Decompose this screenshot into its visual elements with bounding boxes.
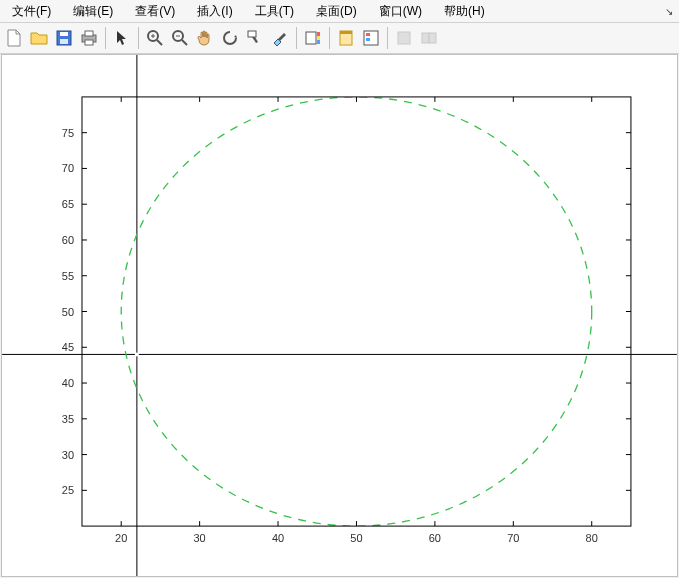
menu-insert[interactable]: 插入(I) bbox=[187, 1, 242, 22]
xtick-label: 30 bbox=[194, 532, 206, 544]
menubar: 文件(F) 编辑(E) 查看(V) 插入(I) 工具(T) 桌面(D) 窗口(W… bbox=[0, 0, 679, 23]
zoom-out-icon[interactable] bbox=[168, 26, 192, 50]
ytick-label: 25 bbox=[62, 484, 74, 496]
svg-rect-16 bbox=[317, 32, 320, 36]
zoom-in-icon[interactable] bbox=[143, 26, 167, 50]
toolbar bbox=[0, 23, 679, 54]
svg-rect-4 bbox=[85, 31, 93, 36]
xtick-label: 50 bbox=[350, 532, 362, 544]
ytick-label: 60 bbox=[62, 234, 74, 246]
svg-rect-14 bbox=[306, 32, 316, 44]
save-disk-icon[interactable] bbox=[52, 26, 76, 50]
svg-rect-1 bbox=[60, 32, 68, 36]
data-cursor-icon[interactable] bbox=[243, 26, 267, 50]
hide-plot-icon[interactable] bbox=[334, 26, 358, 50]
svg-line-11 bbox=[182, 40, 187, 45]
open-folder-icon[interactable] bbox=[27, 26, 51, 50]
axes-box bbox=[82, 97, 631, 526]
axes: 203040506070802530354045505560657075 bbox=[2, 55, 677, 576]
crosshair-center bbox=[135, 352, 139, 356]
svg-rect-2 bbox=[60, 39, 68, 44]
svg-rect-17 bbox=[317, 36, 320, 40]
new-file-icon[interactable] bbox=[2, 26, 26, 50]
figure-canvas[interactable]: 203040506070802530354045505560657075 bbox=[1, 54, 678, 577]
ytick-label: 45 bbox=[62, 341, 74, 353]
svg-rect-21 bbox=[366, 33, 370, 36]
svg-rect-24 bbox=[422, 33, 429, 43]
ytick-label: 55 bbox=[62, 270, 74, 282]
xtick-label: 70 bbox=[507, 532, 519, 544]
xtick-label: 40 bbox=[272, 532, 284, 544]
svg-rect-23 bbox=[398, 32, 410, 44]
xtick-label: 20 bbox=[115, 532, 127, 544]
ytick-label: 75 bbox=[62, 127, 74, 139]
rotate-3d-icon[interactable] bbox=[218, 26, 242, 50]
svg-rect-19 bbox=[340, 31, 352, 34]
ytick-label: 70 bbox=[62, 162, 74, 174]
ytick-label: 35 bbox=[62, 413, 74, 425]
ytick-label: 30 bbox=[62, 449, 74, 461]
link-on-icon bbox=[417, 26, 441, 50]
menu-overflow-icon[interactable]: ↘ bbox=[661, 6, 677, 17]
menu-view[interactable]: 查看(V) bbox=[125, 1, 185, 22]
insert-legend-icon[interactable] bbox=[359, 26, 383, 50]
brush-icon[interactable] bbox=[268, 26, 292, 50]
pan-hand-icon[interactable] bbox=[193, 26, 217, 50]
menu-desktop[interactable]: 桌面(D) bbox=[306, 1, 367, 22]
xtick-label: 80 bbox=[586, 532, 598, 544]
ytick-label: 65 bbox=[62, 198, 74, 210]
svg-rect-5 bbox=[85, 40, 93, 45]
menu-window[interactable]: 窗口(W) bbox=[369, 1, 432, 22]
menu-edit[interactable]: 编辑(E) bbox=[63, 1, 123, 22]
svg-line-7 bbox=[157, 40, 162, 45]
ytick-label: 50 bbox=[62, 306, 74, 318]
svg-rect-13 bbox=[248, 31, 256, 37]
xtick-label: 60 bbox=[429, 532, 441, 544]
svg-rect-22 bbox=[366, 38, 370, 41]
ytick-label: 40 bbox=[62, 377, 74, 389]
menu-help[interactable]: 帮助(H) bbox=[434, 1, 495, 22]
pointer-icon[interactable] bbox=[110, 26, 134, 50]
link-off-icon bbox=[392, 26, 416, 50]
menu-file[interactable]: 文件(F) bbox=[2, 1, 61, 22]
svg-rect-25 bbox=[429, 33, 436, 43]
series-dashed-circle bbox=[121, 97, 592, 526]
print-icon[interactable] bbox=[77, 26, 101, 50]
menu-tools[interactable]: 工具(T) bbox=[245, 1, 304, 22]
insert-colorbar-icon[interactable] bbox=[301, 26, 325, 50]
